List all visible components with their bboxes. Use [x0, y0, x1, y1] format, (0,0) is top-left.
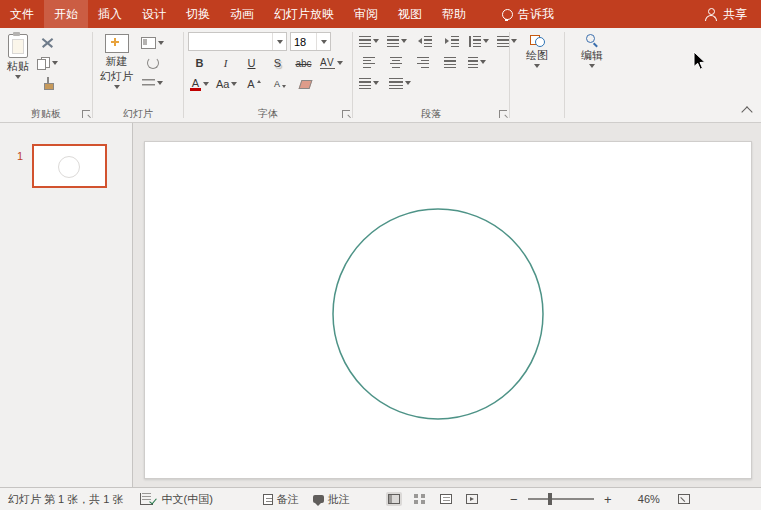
align-right-icon: [417, 57, 429, 68]
lines-icon: [473, 36, 481, 47]
shrink-font-button[interactable]: A: [268, 75, 291, 93]
tab-review[interactable]: 审阅: [344, 0, 388, 28]
slide[interactable]: [144, 141, 752, 479]
character-spacing-button[interactable]: AV: [318, 54, 345, 72]
powerpoint-window: 文件 开始 插入 设计 切换 动画 幻灯片放映 审阅 视图 帮助 告诉我 共享 …: [0, 0, 761, 510]
dropdown-caret: [373, 39, 379, 43]
oval-shape[interactable]: [333, 209, 543, 419]
layout-button[interactable]: [139, 34, 166, 52]
normal-view-icon: [388, 494, 400, 504]
justify-button[interactable]: [438, 53, 461, 71]
align-right-button[interactable]: [411, 53, 434, 71]
align-center-button[interactable]: [384, 53, 407, 71]
slides-group-label: 幻灯片: [123, 107, 153, 121]
new-slide-button[interactable]: 新建 幻灯片: [97, 32, 136, 91]
paragraph-dialog-launcher[interactable]: [499, 110, 507, 118]
paste-button[interactable]: 粘贴: [4, 32, 32, 81]
format-painter-icon: [42, 77, 54, 90]
columns-button[interactable]: [465, 53, 488, 71]
drawing-group: 绘图: [510, 28, 564, 122]
tab-design[interactable]: 设计: [132, 0, 176, 28]
slide-thumbnail-panel[interactable]: 1: [0, 123, 133, 487]
tab-slide-show[interactable]: 幻灯片放映: [264, 0, 344, 28]
font-color-label: A: [192, 78, 199, 88]
comments-button[interactable]: 批注: [313, 492, 350, 507]
font-name-input[interactable]: [189, 36, 272, 48]
tab-insert[interactable]: 插入: [88, 0, 132, 28]
tab-help[interactable]: 帮助: [432, 0, 476, 28]
tab-view[interactable]: 视图: [388, 0, 432, 28]
dropdown-caret: [203, 82, 209, 86]
grow-font-button[interactable]: A: [242, 75, 265, 93]
format-painter-button[interactable]: [35, 74, 60, 92]
tab-animations[interactable]: 动画: [220, 0, 264, 28]
language-indicator[interactable]: 中文(中国): [162, 492, 213, 507]
zoom-slider[interactable]: [528, 498, 594, 500]
zoom-slider-thumb[interactable]: [548, 493, 552, 505]
strikethrough-button[interactable]: abc: [292, 54, 315, 72]
font-color-stack: A: [190, 78, 201, 91]
comments-label: 批注: [328, 492, 350, 507]
text-shadow-button[interactable]: S: [266, 54, 289, 72]
font-size-combo[interactable]: [290, 32, 331, 51]
underline-button[interactable]: U: [240, 54, 263, 72]
smartart-icon: [389, 78, 403, 89]
editing-button[interactable]: 编辑: [578, 32, 606, 70]
decrease-indent-button[interactable]: [413, 32, 436, 50]
increase-indent-button[interactable]: [440, 32, 463, 50]
tab-file[interactable]: 文件: [0, 0, 44, 28]
tab-transitions[interactable]: 切换: [176, 0, 220, 28]
collapse-ribbon-button[interactable]: [741, 106, 752, 117]
dropdown-caret: [373, 81, 379, 85]
normal-view-button[interactable]: [386, 492, 402, 506]
change-case-label: Aa: [216, 78, 229, 90]
drawing-button[interactable]: 绘图: [523, 32, 551, 70]
numbering-button[interactable]: [385, 32, 409, 50]
bold-button[interactable]: B: [188, 54, 211, 72]
clear-formatting-button[interactable]: [294, 75, 317, 93]
zoom-level[interactable]: 46%: [638, 493, 660, 505]
notes-button[interactable]: 备注: [263, 492, 299, 507]
editing-label: 编辑: [581, 49, 603, 62]
shrink-font-label: A: [274, 79, 280, 89]
font-name-combo[interactable]: [188, 32, 287, 51]
share-button[interactable]: 共享: [691, 0, 761, 28]
font-size-input[interactable]: [291, 36, 316, 48]
clipboard-dialog-launcher[interactable]: [82, 110, 90, 118]
font-dialog-launcher[interactable]: [342, 110, 350, 118]
tell-me-button[interactable]: 告诉我: [490, 0, 566, 28]
font-name-dropdown[interactable]: [272, 33, 286, 50]
bullet-list-icon: [359, 36, 371, 47]
align-left-button[interactable]: [357, 53, 380, 71]
bullets-button[interactable]: [357, 32, 381, 50]
change-case-button[interactable]: Aa: [214, 75, 239, 93]
tab-home[interactable]: 开始: [44, 0, 88, 28]
reading-view-icon: [440, 494, 452, 504]
slide-editing-area[interactable]: [133, 123, 761, 487]
slide-thumbnail[interactable]: [32, 144, 107, 188]
italic-button[interactable]: I: [214, 54, 237, 72]
slide-sorter-view-button[interactable]: [412, 492, 428, 506]
convert-smartart-button[interactable]: [387, 74, 413, 92]
font-size-dropdown[interactable]: [316, 33, 330, 50]
scissors-icon: [41, 37, 54, 49]
zoom-out-button[interactable]: −: [508, 492, 520, 507]
cut-button[interactable]: [35, 34, 60, 52]
fit-to-window-button[interactable]: [678, 494, 690, 504]
copy-button[interactable]: [35, 54, 60, 72]
reset-button[interactable]: [139, 54, 166, 72]
align-text-button[interactable]: [357, 74, 381, 92]
slideshow-view-button[interactable]: [464, 492, 480, 506]
caret-up-icon: [257, 80, 261, 83]
workspace: 1: [0, 123, 761, 487]
lines-icon: [424, 36, 432, 47]
section-button[interactable]: [139, 74, 166, 92]
view-switcher: [386, 492, 480, 506]
line-spacing-button[interactable]: [467, 32, 491, 50]
reading-view-button[interactable]: [438, 492, 454, 506]
spell-check-icon[interactable]: [140, 493, 153, 505]
font-color-button[interactable]: A: [188, 75, 211, 93]
zoom-in-button[interactable]: +: [602, 492, 614, 507]
dropdown-caret: [231, 82, 237, 86]
drawing-label: 绘图: [526, 49, 548, 62]
